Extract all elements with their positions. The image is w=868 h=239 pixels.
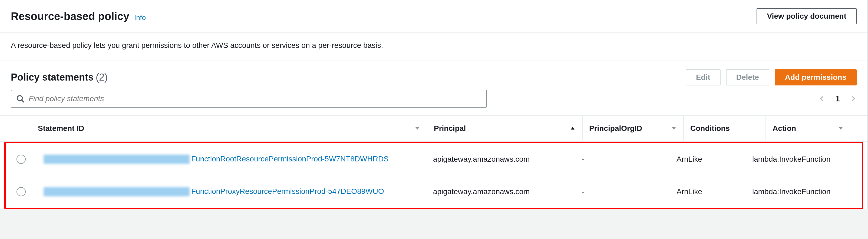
panel-description: A resource-based policy lets you grant p… (0, 33, 867, 61)
principal-cell: apigateway.amazonaws.com (433, 187, 582, 196)
panel-title: Resource-based policy (11, 10, 129, 23)
search-icon (16, 95, 24, 103)
search-input[interactable] (28, 94, 482, 103)
row-select-radio[interactable] (17, 155, 26, 164)
svg-marker-3 (571, 127, 575, 130)
conditions-cell: ArnLike (677, 187, 752, 196)
svg-point-0 (17, 96, 23, 101)
col-principal-org-id[interactable]: PrincipalOrgID (589, 116, 684, 141)
statement-id-link[interactable]: FunctionProxyResourcePermissionProd-547D… (43, 187, 433, 197)
table-header-row: Statement ID Principal PrincipalOrgID Co… (0, 116, 867, 142)
delete-button[interactable]: Delete (726, 69, 769, 86)
redacted-prefix (43, 155, 190, 164)
statements-title: Policy statements (11, 72, 94, 83)
col-statement-id[interactable]: Statement ID (38, 116, 427, 141)
prev-page-icon[interactable] (818, 95, 826, 102)
svg-marker-5 (839, 127, 843, 130)
redacted-prefix (43, 187, 190, 196)
search-box[interactable] (11, 90, 487, 108)
principal-org-cell: - (582, 155, 677, 164)
svg-line-1 (22, 100, 24, 102)
resource-policy-panel: Resource-based policy Info View policy d… (0, 0, 868, 209)
sort-asc-icon (570, 126, 576, 131)
highlighted-rows: FunctionRootResourcePermissionProd-5W7NT… (4, 142, 863, 209)
view-policy-document-button[interactable]: View policy document (756, 8, 857, 24)
row-select-radio[interactable] (17, 187, 26, 196)
statements-count: (2) (96, 72, 107, 83)
statements-header: Policy statements (2) Edit Delete Add pe… (0, 61, 867, 90)
col-principal[interactable]: Principal (434, 116, 583, 141)
principal-cell: apigateway.amazonaws.com (433, 155, 582, 164)
add-permissions-button[interactable]: Add permissions (775, 69, 857, 86)
action-cell: lambda:InvokeFunction (752, 155, 851, 164)
conditions-cell: ArnLike (677, 155, 752, 164)
paginator: 1 (818, 94, 857, 103)
svg-marker-4 (672, 127, 676, 130)
statements-table: Statement ID Principal PrincipalOrgID Co… (0, 115, 867, 209)
next-page-icon[interactable] (849, 95, 857, 102)
info-link[interactable]: Info (134, 13, 146, 22)
table-row: FunctionRootResourcePermissionProd-5W7NT… (6, 143, 862, 175)
sort-icon (671, 126, 677, 131)
statement-id-link[interactable]: FunctionRootResourcePermissionProd-5W7NT… (43, 155, 433, 164)
col-action[interactable]: Action (773, 116, 850, 141)
principal-org-cell: - (582, 187, 677, 196)
page-number: 1 (835, 94, 840, 103)
action-cell: lambda:InvokeFunction (752, 187, 851, 196)
edit-button[interactable]: Edit (686, 69, 721, 86)
table-row: FunctionProxyResourcePermissionProd-547D… (6, 175, 862, 208)
col-conditions[interactable]: Conditions (690, 116, 766, 141)
search-pagination-row: 1 (0, 90, 867, 115)
sort-icon (414, 126, 420, 131)
svg-marker-2 (415, 127, 419, 130)
panel-header: Resource-based policy Info View policy d… (0, 0, 867, 33)
sort-icon (838, 126, 844, 131)
